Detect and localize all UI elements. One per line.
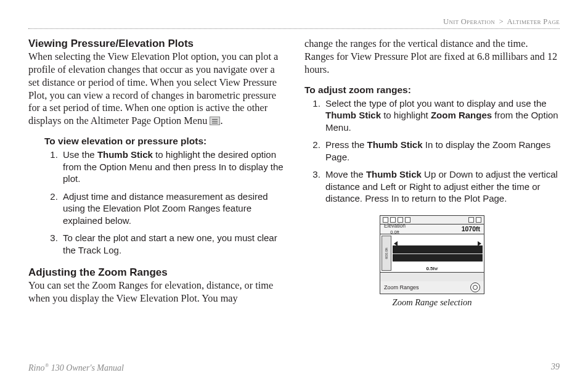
step-adjust-2b: Thumb Stick xyxy=(367,139,423,150)
footer-product: Rino® 130 Owner's Manual xyxy=(28,362,124,373)
device-elev-value: 1070ft xyxy=(462,225,480,233)
clock-icon xyxy=(405,217,410,223)
breadcrumb-section: Unit Operation xyxy=(443,17,495,26)
para-adjust-cont: change the ranges for the vertical dista… xyxy=(304,38,560,76)
gps-icon xyxy=(390,217,396,223)
para-viewing-text: When selecting the View Elevation Plot o… xyxy=(28,51,278,126)
signal-icon xyxy=(383,217,388,223)
device-x-axis: 0.5hr xyxy=(380,266,484,271)
step-adjust-1: Select the type of plot you want to disp… xyxy=(323,97,560,134)
device-plot-area: 600.0ft 0.5hr xyxy=(380,234,484,273)
device-header: Elevation 0.0ft 1070ft xyxy=(380,224,484,234)
device-screenshot: Elevation 0.0ft 1070ft 600.0ft 0.5hr Zoo… xyxy=(380,215,484,294)
step-adjust-3: Move the Thumb Stick Up or Down to adjus… xyxy=(323,168,560,205)
page-footer: Rino® 130 Owner's Manual 39 xyxy=(28,362,560,373)
status-right-icons xyxy=(468,217,481,223)
left-column: Viewing Pressure/Elevation Plots When se… xyxy=(28,38,284,308)
menu-small-icon xyxy=(468,217,474,223)
device-elev-block: Elevation 0.0ft xyxy=(384,223,406,235)
breadcrumb-page: Altimeter Page xyxy=(507,17,560,26)
para-adjust-zoom: You can set the Zoom Ranges for elevatio… xyxy=(28,279,284,305)
heading-viewing-plots: Viewing Pressure/Elevation Plots xyxy=(28,38,284,50)
breadcrumb-sep: > xyxy=(499,17,503,26)
thumb-stick-icon xyxy=(470,282,480,292)
steps-view: Use the Thumb Stick to highlight the des… xyxy=(28,149,284,256)
content-columns: Viewing Pressure/Elevation Plots When se… xyxy=(28,38,560,308)
step-adjust-1d: Zoom Ranges xyxy=(431,110,492,120)
step-adjust-1a: Select the type of plot you want to disp… xyxy=(325,98,547,109)
step-view-3: To clear the plot and start a new one, y… xyxy=(60,232,284,256)
footer-product-name: Rino xyxy=(28,363,44,373)
status-left-icons xyxy=(383,217,410,223)
step-adjust-3b: Thumb Stick xyxy=(366,169,422,179)
device-footer-label: Zoom Ranges xyxy=(384,284,419,290)
heading-to-view: To view elevation or pressure plots: xyxy=(44,136,284,147)
step-view-1a: Use the xyxy=(63,149,97,160)
heading-adjust-zoom: Adjusting the Zoom Ranges xyxy=(28,266,284,279)
step-view-1: Use the Thumb Stick to highlight the des… xyxy=(60,149,284,185)
para-viewing-end: . xyxy=(220,115,223,126)
step-adjust-3a: Move the xyxy=(325,169,366,179)
menu-icon xyxy=(210,117,220,125)
figure-caption: Zoom Range selection xyxy=(304,297,560,308)
footer-product-rest: 130 Owner's Manual xyxy=(49,363,124,373)
device-footer: Zoom Ranges xyxy=(380,281,484,294)
battery-icon xyxy=(476,217,481,223)
para-viewing-plots: When selecting the View Elevation Plot o… xyxy=(28,51,284,128)
step-adjust-2a: Press the xyxy=(325,139,367,150)
device-plot-band xyxy=(393,245,483,262)
heading-to-adjust: To adjust zoom ranges: xyxy=(304,84,560,96)
step-view-2: Adjust time and distance measurement as … xyxy=(60,191,284,227)
right-column: change the ranges for the vertical dista… xyxy=(304,38,560,308)
radio-icon xyxy=(398,217,403,223)
steps-adjust: Select the type of plot you want to disp… xyxy=(304,97,560,205)
device-elev-label: Elevation xyxy=(384,223,406,229)
step-adjust-1c: to highlight xyxy=(381,110,431,120)
figure-zoom-range: Elevation 0.0ft 1070ft 600.0ft 0.5hr Zoo… xyxy=(304,215,560,308)
footer-page-number: 39 xyxy=(551,362,560,373)
step-adjust-1b: Thumb Stick xyxy=(325,110,381,120)
step-view-1b: Thumb Stick xyxy=(97,149,153,160)
header-rule xyxy=(28,28,560,29)
breadcrumb: Unit Operation > Altimeter Page xyxy=(28,17,560,27)
step-adjust-2: Press the Thumb Stick In to display the … xyxy=(323,139,560,163)
